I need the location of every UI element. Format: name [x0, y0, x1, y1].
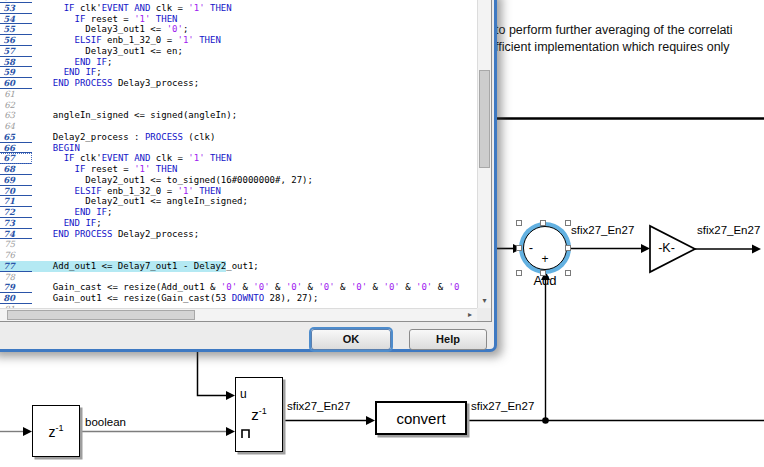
code-text: ELSIF enb_1_32_0 = '1' THEN — [32, 35, 221, 46]
code-text: Gain_cast <= resize(Add_out1 & '0' & '0'… — [32, 282, 459, 293]
add-plus-sign: + — [539, 252, 551, 266]
code-text: angleIn_signed <= signed(angleIn); — [32, 110, 237, 121]
selection-handle[interactable] — [540, 270, 546, 276]
scroll-right-icon[interactable]: ▸ — [463, 309, 477, 321]
scroll-left-icon[interactable]: ◂ — [0, 309, 2, 321]
hscrollbar-thumb[interactable] — [7, 310, 195, 320]
vscrollbar-thumb[interactable] — [479, 70, 490, 168]
code-text — [32, 89, 42, 100]
code-text: END IF; — [32, 57, 112, 68]
code-line: 76 — [0, 250, 477, 261]
line-number[interactable]: 67 — [0, 153, 32, 164]
help-button[interactable]: Help — [409, 329, 487, 350]
code-line: 60 END PROCESS Delay3_process; — [0, 78, 477, 89]
code-line: 72 END IF; — [0, 207, 477, 218]
delay-block[interactable]: z-1 — [32, 405, 80, 457]
delay-block-label: z-1 — [48, 423, 63, 440]
code-text: Add_out1 <= Delay7_out1 - Delay2_out1; — [32, 261, 259, 272]
scroll-down-icon[interactable]: ▾ — [478, 294, 491, 308]
code-line: 56 ELSIF enb_1_32_0 = '1' THEN — [0, 35, 477, 46]
code-line: 53 IF clk'EVENT AND clk = '1' THEN — [0, 3, 477, 14]
line-number[interactable]: 70 — [0, 186, 32, 197]
line-number[interactable]: 55 — [0, 24, 32, 35]
wire-u-input — [198, 352, 228, 396]
code-line: 54 IF reset = '1' THEN — [0, 14, 477, 25]
signal-label: sfix27_En27 — [697, 224, 760, 236]
line-number[interactable]: 59 — [0, 67, 32, 78]
add-minus-sign: - — [525, 240, 537, 255]
line-number: 78 — [0, 272, 32, 283]
arrowhead-icon — [366, 416, 375, 425]
line-number[interactable]: 56 — [0, 35, 32, 46]
line-number[interactable]: 58 — [0, 57, 32, 68]
gain-block-label: -K- — [650, 241, 683, 255]
signal-label: sfix27_En27 — [287, 400, 350, 412]
selection-handle[interactable] — [565, 245, 571, 251]
code-text: END PROCESS Delay3_process; — [32, 78, 199, 89]
vertical-scrollbar: ▾ — [477, 0, 491, 308]
line-number[interactable]: 77 — [0, 261, 32, 272]
code-line: 57 Delay3_out1 <= en; — [0, 46, 477, 57]
selection-handle[interactable] — [516, 270, 522, 276]
code-line: 73 END IF; — [0, 218, 477, 229]
annotation-line1: to perform further averaging of the corr… — [495, 22, 764, 39]
line-number: 61 — [0, 89, 32, 100]
code-line: 74 END PROCESS Delay2_process; — [0, 229, 477, 240]
annotation-line2: fficient implementation which requires o… — [495, 39, 764, 56]
line-number[interactable]: 68 — [0, 164, 32, 175]
code-text: END PROCESS Delay2_process; — [32, 229, 199, 240]
line-number[interactable]: 73 — [0, 218, 32, 229]
ok-button[interactable]: OK — [311, 329, 391, 350]
code-line: 65 Delay2_process : PROCESS (clk) — [0, 132, 477, 143]
selection-handle[interactable] — [516, 220, 522, 226]
code-text: BEGIN — [32, 143, 80, 154]
code-line: 67 IF clk'EVENT AND clk = '1' THEN — [0, 153, 477, 164]
code-viewport: 52 BEGIN53 IF clk'EVENT AND clk = '1' TH… — [0, 0, 477, 308]
line-number[interactable]: 74 — [0, 229, 32, 240]
code-text: IF reset = '1' THEN — [32, 14, 178, 25]
code-text — [32, 121, 42, 132]
line-number: 76 — [0, 250, 32, 261]
hdl-code-dialog: 52 BEGIN53 IF clk'EVENT AND clk = '1' TH… — [0, 0, 497, 352]
line-number[interactable]: 80 — [0, 293, 32, 304]
line-number[interactable]: 54 — [0, 14, 32, 25]
line-number[interactable]: 57 — [0, 46, 32, 57]
line-number[interactable]: 79 — [0, 282, 32, 293]
code-text: IF reset = '1' THEN — [32, 164, 178, 175]
line-number[interactable]: 71 — [0, 196, 32, 207]
model-annotation[interactable]: to perform further averaging of the corr… — [495, 22, 764, 56]
code-line: 77 Add_out1 <= Delay7_out1 - Delay2_out1… — [0, 261, 477, 272]
code-text — [32, 239, 42, 250]
selection-handle[interactable] — [516, 245, 522, 251]
line-number[interactable]: 53 — [0, 3, 32, 14]
arrowhead-icon — [23, 427, 32, 436]
arrowhead-icon — [641, 244, 650, 253]
code-line: 66 BEGIN — [0, 143, 477, 154]
arrowhead-icon — [752, 245, 761, 254]
line-number: 75 — [0, 239, 32, 250]
code-line: 59 END IF; — [0, 67, 477, 78]
selection-handle[interactable] — [565, 270, 571, 276]
code-text: IF clk'EVENT AND clk = '1' THEN — [32, 153, 232, 164]
selection-handle[interactable] — [540, 220, 546, 226]
code-line: 61 — [0, 89, 477, 100]
code-line: 79 Gain_cast <= resize(Add_out1 & '0' & … — [0, 282, 477, 293]
code-text: IF clk'EVENT AND clk = '1' THEN — [32, 3, 232, 14]
code-line: 62 — [0, 100, 477, 111]
code-line: 63 angleIn_signed <= signed(angleIn); — [0, 110, 477, 121]
line-number[interactable]: 65 — [0, 132, 32, 143]
signal-label: boolean — [85, 416, 126, 428]
u-port-label: u — [240, 387, 247, 401]
code-text — [32, 100, 42, 111]
horizontal-scrollbar: ◂ ▸ — [0, 308, 477, 321]
line-number: 63 — [0, 110, 32, 121]
line-number[interactable]: 69 — [0, 175, 32, 186]
convert-block[interactable]: convert — [375, 401, 467, 435]
code-line: 58 END IF; — [0, 57, 477, 68]
line-number[interactable]: 60 — [0, 78, 32, 89]
code-line: 75 — [0, 239, 477, 250]
code-line: 64 — [0, 121, 477, 132]
line-number[interactable]: 66 — [0, 143, 32, 154]
enabled-delay-block[interactable]: u z-1 — [235, 377, 283, 452]
line-number[interactable]: 72 — [0, 207, 32, 218]
